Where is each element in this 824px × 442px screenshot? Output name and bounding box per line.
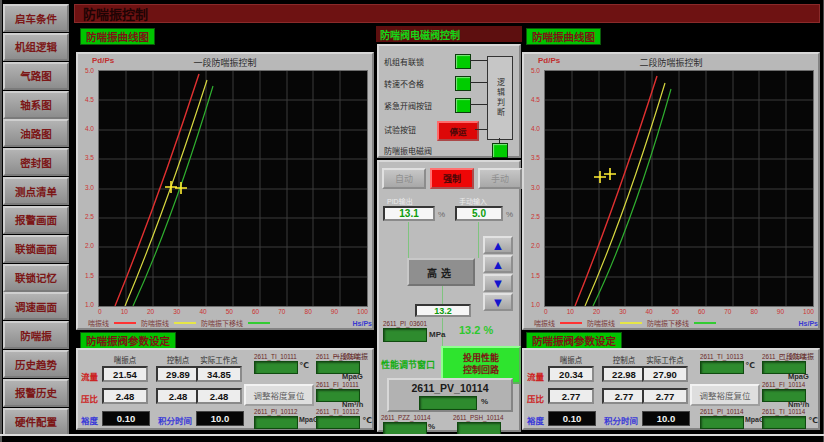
pid-output-value[interactable]: 13.1 xyxy=(383,206,435,221)
x-tick: 20 xyxy=(147,308,154,315)
tag-readout xyxy=(700,361,744,374)
y-axis-ticks: 5.0 4.5 4.0 3.5 3.0 2.5 2.0 1.5 1.0 xyxy=(78,70,96,305)
x-tick: 100 xyxy=(803,308,814,315)
x-tick: 50 xyxy=(672,308,679,315)
margin-label: 裕度 xyxy=(527,414,544,426)
param-panel-2: 二段防喘振 喘振点 控制点 实际工作点 流量 20.34 22.98 27.90… xyxy=(522,348,820,430)
margin-reset-button[interactable]: 调整裕度复位 xyxy=(244,384,314,406)
legend-line-green xyxy=(694,322,716,324)
y-tick: 1.0 xyxy=(524,302,540,309)
page-title-bar: 防喘振控制 xyxy=(74,4,820,23)
sidebar-item-alarm-screen[interactable]: 报警画面 xyxy=(3,206,69,234)
valve-output-value[interactable]: 13.2 xyxy=(415,304,471,317)
auto-mode-button[interactable]: 自动 xyxy=(382,168,426,189)
col-header-surge-point: 喘振点 xyxy=(548,354,594,365)
param-panel-1: 一段防喘振 喘振点 控制点 实际工作点 流量 21.54 29.89 34.85… xyxy=(76,348,374,430)
legend-label: 喘振线 xyxy=(534,318,555,328)
integral-time-value[interactable]: 10.0 xyxy=(196,411,244,426)
sidebar-item-unit-logic[interactable]: 机组逻辑 xyxy=(3,33,69,61)
surge-chart-plot-2 xyxy=(544,70,814,307)
sidebar-item-speed-screen[interactable]: 调速画面 xyxy=(3,292,69,320)
connector-line xyxy=(475,129,487,130)
force-mode-button[interactable]: 强制 xyxy=(430,168,474,189)
x-tick: 10 xyxy=(567,308,574,315)
x-tick: 0 xyxy=(544,308,548,315)
arrow-up-icon[interactable]: ▲ xyxy=(483,255,513,273)
manual-mode-button[interactable]: 手动 xyxy=(478,168,522,189)
legend-line-red xyxy=(560,322,582,324)
sidebar-item-gas-diagram[interactable]: 气路图 xyxy=(3,62,69,90)
solenoid-title-strip: 防喘阀电磁阀控制 xyxy=(376,26,522,42)
high-select-button[interactable]: 高选 xyxy=(407,258,475,286)
ratio-surge-value: 2.77 xyxy=(548,388,594,404)
y-tick: 2.0 xyxy=(524,243,540,250)
surge-curve-button-1[interactable]: 防喘振曲线图 xyxy=(80,28,155,45)
tag-name: 2611_FI_10111 xyxy=(316,381,359,388)
sidebar-item-history-trend[interactable]: 历史趋势 xyxy=(3,350,69,378)
x-tick: 30 xyxy=(173,308,180,315)
x-tick: 10 xyxy=(121,308,128,315)
arrow-up-icon[interactable]: ▲ xyxy=(483,236,513,254)
x-tick: 50 xyxy=(226,308,233,315)
legend-line-red xyxy=(114,322,136,324)
sidebar-item-hardware-config[interactable]: 硬件配置 xyxy=(3,408,69,436)
integral-time-value[interactable]: 10.0 xyxy=(642,411,690,426)
x-tick: 30 xyxy=(619,308,626,315)
sidebar-item-anti-surge[interactable]: 防喘振 xyxy=(3,321,69,349)
y-tick: 4.5 xyxy=(524,97,540,104)
param-section-button-2[interactable]: 防喘振阀参数设定 xyxy=(526,332,622,349)
legend-label: 防喘振线 xyxy=(141,318,169,328)
perf-button-line2: 控制回路 xyxy=(463,365,499,377)
manual-input-unit: % xyxy=(506,210,513,219)
sidebar-item-oil-diagram[interactable]: 油路图 xyxy=(3,119,69,147)
y-tick: 2.5 xyxy=(524,214,540,221)
margin-value[interactable]: 0.10 xyxy=(548,411,596,426)
tag-readout xyxy=(762,416,806,429)
flow-control-value: 22.98 xyxy=(602,366,646,382)
arrow-down-icon[interactable]: ▼ xyxy=(483,293,513,311)
flow-surge-value: 21.54 xyxy=(102,366,148,382)
test-button[interactable]: 停运 xyxy=(437,121,479,141)
x-tick: 0 xyxy=(98,308,102,315)
performance-window-link[interactable]: 性能调节窗口 xyxy=(381,358,435,371)
margin-value[interactable]: 0.10 xyxy=(102,411,150,426)
tag-name: 2611_TI_10113 xyxy=(700,353,743,360)
tag-unit: ℃ xyxy=(808,416,818,425)
ratio-working-value: 2.48 xyxy=(196,388,242,404)
sidebar-item-shaft-diagram[interactable]: 轴系图 xyxy=(3,91,69,119)
x-tick: 90 xyxy=(331,308,338,315)
solenoid-panel: 机组有联锁 转速不合格 紧急开阀按钮 试验按钮 停运 逻辑判断 防喘振电磁阀 xyxy=(377,44,521,158)
surge-curve-button-2[interactable]: 防喘振曲线图 xyxy=(526,28,601,45)
ratio-row-label: 压比 xyxy=(81,392,98,404)
col-header-working-point: 实际工作点 xyxy=(637,354,693,365)
connector-line xyxy=(470,104,487,105)
emergency-open-indicator xyxy=(455,98,471,113)
sidebar: 启车条件 机组逻辑 气路图 轴系图 油路图 密封图 测点清单 报警画面 联锁画面… xyxy=(3,4,69,436)
flow-control-value: 29.89 xyxy=(156,366,200,382)
ratio-working-value: 2.77 xyxy=(642,388,688,404)
margin-reset-button[interactable]: 调整裕度复位 xyxy=(690,384,760,406)
surge-chart-plot-1 xyxy=(98,70,368,307)
manual-input-label: 手动输入 xyxy=(459,196,487,206)
sidebar-item-interlock-screen[interactable]: 联锁画面 xyxy=(3,235,69,263)
y-tick: 3.0 xyxy=(78,185,94,192)
arrow-down-icon[interactable]: ▼ xyxy=(483,274,513,292)
sidebar-item-alarm-history[interactable]: 报警历史 xyxy=(3,379,69,407)
param-section-button-1[interactable]: 防喘振阀参数设定 xyxy=(80,332,176,349)
sidebar-item-seal-diagram[interactable]: 密封图 xyxy=(3,148,69,176)
x-tick: 70 xyxy=(278,308,285,315)
sidebar-item-start-conditions[interactable]: 启车条件 xyxy=(3,4,69,32)
valve-percent-readout: 13.2 % xyxy=(459,324,493,336)
tag-unit: ℃ xyxy=(745,361,755,370)
ratio-control-value: 2.77 xyxy=(602,388,646,404)
tag-name: 2611_PI_10111 xyxy=(316,353,359,360)
sidebar-item-point-list[interactable]: 测点清单 xyxy=(3,177,69,205)
sidebar-item-interlock-memory[interactable]: 联锁记忆 xyxy=(3,264,69,292)
manual-input-value[interactable]: 5.0 xyxy=(455,206,503,221)
signal-line xyxy=(478,222,479,258)
y-tick: 4.0 xyxy=(524,126,540,133)
x-tick: 40 xyxy=(199,308,206,315)
hmi-screen: 启车条件 机组逻辑 气路图 轴系图 油路图 密封图 测点清单 报警画面 联锁画面… xyxy=(0,0,824,442)
surge-solenoid-label: 防喘振电磁阀 xyxy=(384,145,432,156)
pzz-tag-unit: % xyxy=(428,422,435,431)
